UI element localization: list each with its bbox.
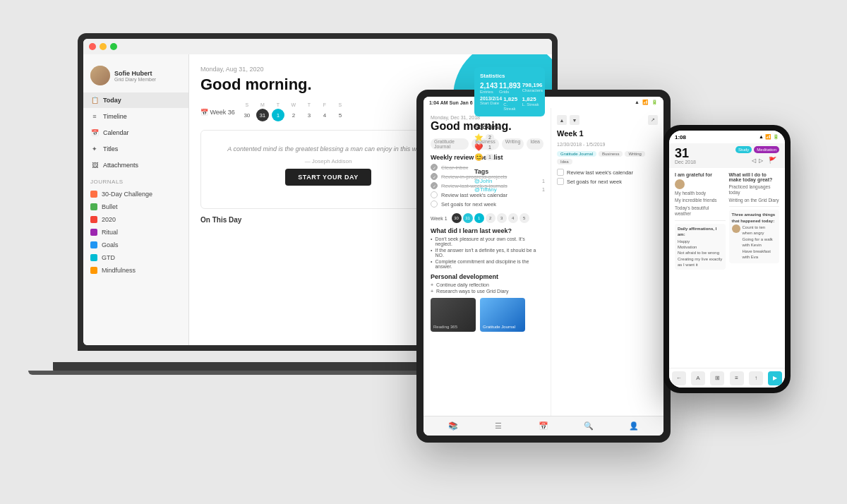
great-title: What will I do to make today great? [729,172,780,182]
phone-list-btn[interactable]: ≡ [730,371,744,385]
phone-status-bar: 1:08 ▲ 📶 🔋 [669,131,785,143]
stats-chars: 798,196 Characters [522,82,543,94]
phone-action-btn[interactable]: ▶ [768,371,782,385]
tablet-time: 1:04 AM Sun Jan 6 [429,100,473,105]
tablet-journal-images: Reading 365 Gratitude Journal [431,298,543,332]
affirm-1: Motivation [678,244,723,250]
week-day-1[interactable]: 1 [272,109,284,121]
prev-arrow[interactable]: ▲ [557,115,567,125]
week-day-2[interactable]: 2 [287,109,300,121]
personal-title: Personal development [431,273,543,280]
phone-day: 31 [675,147,696,160]
personal-item-0: + Continue daily reflection [431,282,543,287]
sidebar-item-timeline[interactable]: ≡ Timeline [83,109,188,124]
tablet-right-date-range: 12/30/2018 - 1/5/2019 [557,142,658,147]
titles-icon: ✦ [90,145,99,153]
checklist-item-4: Set goals for next week [431,200,543,208]
phone-grateful-section: I am grateful for My health body My incr… [675,172,726,364]
tablet-status-icons: ▲ 📶 🔋 [635,100,658,105]
journal-2020[interactable]: 2020 [83,213,188,226]
tablet-right-checklist: Review last week's calendar Set goals fo… [557,169,658,185]
quote-text: A contented mind is the greatest blessin… [227,145,428,154]
profile-info: Sofie Hubert Grid Diary Member [114,70,156,82]
stats-grids: 11,893 Grids [499,82,521,94]
journal-img-0: Reading 365 [431,298,476,332]
affirmations-box: Daily affirmations, I am: Happy Motivati… [675,224,726,270]
phone-device: 1:08 ▲ 📶 🔋 31 Dec 2018 Study Meditation [663,125,791,393]
tablet-right-week: Week 1 [557,129,658,138]
bottom-icon-list[interactable]: ☰ [493,421,503,431]
tablet-right-panel: ▲ ▼ ↗ Week 1 12/30/2018 - 1/5/2019 Grati… [551,108,663,416]
bottom-icon-calendar[interactable]: 📅 [539,421,548,431]
journal-goals[interactable]: Goals [83,239,188,251]
calendar-icon: 📅 [90,128,99,137]
sticker-item-0: ⭐ 2 [474,133,545,141]
main-date: Monday, Aug 31, 2020 [200,66,456,73]
stats-startdate: 2013/2/14 Start Date [480,96,502,111]
week-day-30[interactable]: 30 [241,109,253,121]
phone-header: 31 Dec 2018 Study Meditation ◁ ▷ 🚩 [669,143,785,168]
phone-content: I am grateful for My health body My incr… [669,168,785,368]
check-icon-1: ✓ [431,173,438,180]
phone-text-btn[interactable]: A [691,371,705,385]
journal-bullet[interactable]: Bullet [83,200,188,213]
tablet-week-label: Week 1 [431,216,447,221]
phone-avatar [675,179,685,189]
sidebar-item-attachments[interactable]: 🖼 Attachments [83,157,188,173]
phone-share-btn[interactable]: ↑ [749,371,763,385]
tablet-right-header: ▲ ▼ ↗ [557,115,658,125]
start-day-button[interactable]: START YOUR DAY [285,169,371,186]
learn-item-2: • Complete commitment and discipline is … [431,259,543,269]
minimize-dot[interactable] [100,43,107,50]
journal-30day[interactable]: 30-Day Challenge [83,188,188,200]
tag-item-0[interactable]: @John 1 [474,178,545,184]
laptop-sidebar: Sofie Hubert Grid Diary Member 📋 Today ≡ [83,54,189,345]
sidebar-item-calendar[interactable]: 📅 Calendar [83,125,188,140]
stats-title: Statistics [480,73,539,79]
journal-mindfulness[interactable]: Mindfulness [83,264,188,277]
phone-date-info: 31 Dec 2018 [675,147,696,164]
statistics-card: Statistics 2,143 Entries 11,893 Grids [474,67,545,116]
sidebar-item-titles[interactable]: ✦ Titles [83,141,188,157]
sticker-item-2: 😊 1 [474,153,545,161]
close-dot[interactable] [89,43,96,50]
sidebar-item-today[interactable]: 📋 Today [83,92,188,108]
week-days: 30 31 1 2 3 4 5 [241,109,347,121]
stickers-section: Stickers ⭐ 2 ❤️ 1 [474,124,545,161]
next-arrow[interactable]: ▼ [570,115,579,125]
check-icon-3 [431,191,438,198]
sidebar-nav: 📋 Today ≡ Timeline 📅 Calendar [83,92,188,173]
personal-item-1: + Research ways to use Grid Diary [431,289,543,294]
bottom-icon-search[interactable]: 🔍 [584,421,594,431]
check-icon-0: ✓ [431,164,438,171]
journal-dot [90,216,97,223]
tr-check-1: Set goals for next week [557,178,658,185]
phone-grid-btn[interactable]: ⊞ [710,371,724,385]
phone-back-btn[interactable]: ← [672,371,686,385]
journal-ritual[interactable]: Ritual [83,226,188,239]
tablet-week-mini: Week 1 30 31 1 2 3 4 5 [431,213,543,223]
journal-img-1: Gratitude Journal [480,298,525,332]
profile-name: Sofie Hubert [114,70,156,77]
check-icon-2: ✓ [431,182,438,189]
timeline-icon: ≡ [90,112,99,121]
journal-dot [90,241,97,248]
amazing-2: Have breakfast with Eva [743,248,777,260]
sidebar-profile: Sofie Hubert Grid Diary Member [83,61,188,92]
week-day-3[interactable]: 3 [303,109,316,121]
maximize-dot[interactable] [110,43,117,50]
check-icon-4 [431,200,438,208]
bottom-icon-book[interactable]: 📚 [448,421,458,431]
quote-author: — Joseph Addison [305,158,352,164]
bottom-icon-profile[interactable]: 👤 [629,421,639,431]
great-item-1: Writing on the Grid Diary [729,198,780,203]
week-day-4[interactable]: 4 [318,109,331,121]
share-button[interactable]: ↗ [648,115,658,125]
affirm-2: Not afraid to be wrong [678,250,723,256]
affirm-3: Creating my live exactly as I want it [678,256,723,268]
week-day-labels: S M T W T F S [241,102,347,107]
week-day-5[interactable]: 5 [334,109,347,121]
week-day-31[interactable]: 31 [256,109,269,121]
tag-item-1[interactable]: @Tiffany 1 [474,186,545,193]
journal-gtd[interactable]: GTD [83,251,188,264]
